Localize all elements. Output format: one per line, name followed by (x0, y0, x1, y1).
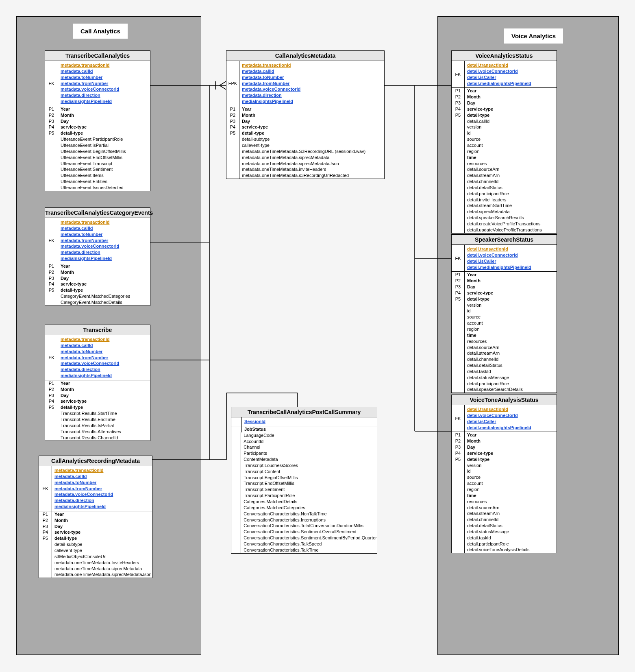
fk-field: detail.voiceConnectorId (467, 412, 554, 419)
fk-field: metadata.direction (61, 249, 148, 255)
p-label: P2 (452, 278, 465, 284)
p-field: Month (58, 269, 150, 275)
p-label: P5 (39, 535, 52, 541)
p-label: P4 (45, 281, 58, 287)
p-field: Month (465, 438, 557, 444)
p-label: P5 (452, 456, 465, 463)
p-label: P5 (45, 130, 58, 136)
entity-sss: SpeakerSearchStatus FK detail.transactio… (451, 234, 557, 393)
fk-cell: FK (452, 405, 465, 432)
entity-vtas: VoiceToneAnalysisStatus FK detail.transa… (451, 395, 557, 553)
p-field: service-type (465, 290, 557, 296)
fpk-cell: FPK (226, 61, 239, 106)
p-label: P3 (452, 444, 465, 450)
p-label: P3 (452, 100, 465, 106)
p-label: P2 (45, 386, 58, 393)
p-field: Day (52, 524, 152, 530)
p-label: P1 (45, 380, 58, 386)
fk-field: metadata.voiceConnectorId (61, 360, 148, 367)
attr-list: detail-subtypecallevent-types3MediaObjec… (52, 541, 152, 578)
p-label: P5 (452, 296, 465, 302)
p-label (452, 118, 465, 233)
p-field: Year (52, 511, 152, 517)
entity-title: TranscribeCallAnalyticsPostCallSummary (231, 407, 377, 417)
fk-field: metadata.callId (242, 68, 382, 74)
entity-title: VoiceAnalyticsStatus (452, 51, 557, 61)
attr-list: CategoryEvent.MatchedCategoriesCategoryE… (58, 293, 150, 305)
entity-tcae: TranscribeCallAnalyticsCategoryEvents FK… (45, 207, 150, 306)
p-field: Day (58, 275, 150, 281)
fk-cell: FK (452, 245, 465, 271)
entity-transcribe-call-analytics: TranscribeCallAnalytics FK metadata.tran… (45, 50, 150, 191)
p-label: P5 (45, 404, 58, 410)
pk-field: metadata.transactionId (61, 62, 148, 68)
group-title-call: Call Analytics (73, 24, 128, 39)
pk-field: metadata.transactionId (61, 336, 148, 343)
p-label: P2 (45, 269, 58, 275)
attr-list: LanguageCodeAccountIdChannelParticipants… (241, 432, 377, 553)
p-label: P4 (39, 529, 52, 535)
fk-field: detail.voiceConnectorId (467, 252, 554, 258)
p-label (452, 463, 465, 553)
entity-title: CallAnalyticsMetadata (226, 51, 384, 61)
entity-pcs: TranscribeCallAnalyticsPostCallSummary –… (231, 407, 377, 554)
entity-title: Transcribe (45, 325, 150, 335)
fk-field: detail.mediaInsightsPipelineId (467, 264, 554, 271)
pk-field: detail.transactionId (467, 406, 554, 412)
p-field: Month (465, 278, 557, 284)
fk-field: metadata.fromNumber (54, 486, 150, 492)
entity-transcribe: Transcribe FK metadata.transactionId met… (45, 325, 150, 441)
fk-field: metadata.callId (54, 473, 150, 480)
fk-field: metadata.fromNumber (242, 81, 382, 87)
p-label: P5 (45, 287, 58, 293)
fk-field: metadata.voiceConnectorId (61, 243, 148, 249)
p-label (231, 432, 241, 553)
p-label: P2 (452, 438, 465, 444)
p-field: detail-type (239, 130, 384, 136)
fk-field: mediaInsightsPipelineId (61, 373, 148, 379)
fk-field: metadata.callId (61, 225, 148, 231)
diagram-canvas: Call Analytics Voice Analytics (0, 0, 635, 672)
p-label: P5 (452, 112, 465, 118)
p-field: Year (465, 432, 557, 438)
p-label: P4 (452, 106, 465, 112)
p-field: Month (239, 112, 384, 118)
entity-carm: CallAnalyticsRecordingMetadata FK metada… (39, 456, 152, 578)
fk-field: metadata.fromNumber (61, 81, 148, 87)
p-label (45, 293, 58, 305)
fk-field: detail.isCaller (467, 74, 554, 81)
fk-field: metadata.direction (61, 367, 148, 373)
p-label (45, 136, 58, 191)
p-label (231, 426, 242, 432)
p-field: Month (58, 386, 150, 393)
p-label: P4 (452, 290, 465, 296)
entity-title: VoiceToneAnalysisStatus (452, 395, 557, 405)
p-field: detail-type (465, 456, 557, 463)
p-field: service-type (58, 398, 150, 404)
p-label: P2 (45, 112, 58, 118)
fk-field: metadata.callId (61, 68, 148, 74)
attr-list: detail.callIdversionidsourceaccountregio… (465, 118, 557, 233)
fk-field: detail.isCaller (467, 419, 554, 425)
p-field: Year (465, 272, 557, 278)
session-id: SessionId (244, 419, 265, 424)
p-label (452, 302, 465, 393)
pk-field: metadata.transactionId (54, 467, 150, 473)
fk-field: mediaInsightsPipelineId (61, 98, 148, 105)
job-status: JobStatus (242, 426, 377, 432)
p-label: P1 (39, 511, 52, 517)
p-label: P1 (452, 88, 465, 94)
fk-field: metadata.direction (54, 497, 150, 504)
fk-field: detail.isCaller (467, 258, 554, 264)
fk-field: metadata.fromNumber (61, 238, 148, 244)
p-field: Month (465, 94, 557, 100)
fk-cell: FK (45, 61, 58, 106)
p-label: P3 (45, 118, 58, 124)
fk-field: metadata.voiceConnectorId (242, 86, 382, 92)
p-field: Month (52, 517, 152, 524)
attr-list: Transcript.Results.StartTimeTranscript.R… (58, 410, 150, 441)
fk-field: metadata.toNumber (61, 349, 148, 355)
attr-list: detail-subtypecallevent-typemetadata.one… (239, 136, 384, 179)
p-field: Day (58, 393, 150, 399)
fk-cell: FK (452, 61, 465, 87)
